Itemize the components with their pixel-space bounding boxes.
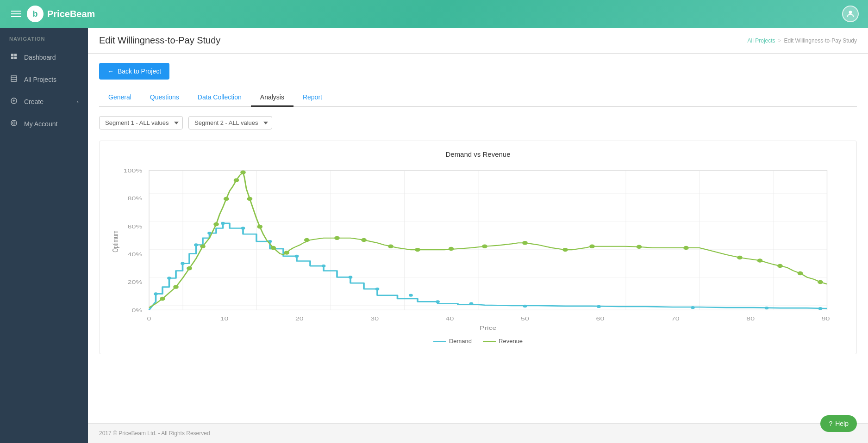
tab-questions[interactable]: Questions — [141, 89, 188, 107]
my-account-icon — [9, 119, 19, 129]
svg-point-69 — [415, 248, 420, 252]
svg-point-51 — [765, 307, 769, 309]
svg-point-34 — [167, 277, 171, 279]
svg-point-79 — [777, 264, 783, 268]
svg-text:20%: 20% — [128, 279, 143, 285]
footer: 2017 © PriceBeam Ltd. - All Rights Reser… — [88, 423, 868, 443]
back-arrow-icon: ← — [107, 68, 114, 75]
svg-point-73 — [562, 248, 568, 252]
svg-point-78 — [757, 258, 763, 262]
svg-point-53 — [160, 297, 165, 301]
svg-point-50 — [691, 306, 695, 309]
logo-area: b PriceBeam — [9, 6, 95, 22]
sidebar-item-my-account[interactable]: My Account — [0, 113, 88, 135]
hamburger-button[interactable] — [9, 9, 23, 19]
top-header: b PriceBeam — [0, 0, 868, 28]
sidebar-item-label-create: Create — [24, 98, 44, 105]
footer-text: 2017 © PriceBeam Ltd. - All Rights Reser… — [99, 430, 210, 437]
sidebar-item-all-projects[interactable]: All Projects — [0, 68, 88, 91]
svg-point-68 — [388, 244, 393, 248]
tab-data-collection[interactable]: Data Collection — [188, 89, 251, 107]
revenue-label: Revenue — [499, 338, 523, 345]
tabs: General Questions Data Collection Analys… — [99, 89, 857, 107]
header-left: b PriceBeam — [9, 6, 95, 22]
svg-point-65 — [304, 238, 310, 242]
svg-point-41 — [295, 255, 299, 258]
svg-point-71 — [482, 244, 487, 248]
create-icon — [9, 97, 19, 106]
page-header: Edit Willingness-to-Pay Study All Projec… — [88, 28, 868, 54]
back-button-label: Back to Project — [118, 68, 161, 75]
svg-point-33 — [154, 292, 158, 295]
svg-point-45 — [409, 294, 413, 296]
logo-text: PriceBeam — [47, 9, 95, 19]
svg-point-67 — [361, 238, 367, 242]
sidebar-item-label-my-account: My Account — [24, 120, 57, 128]
svg-text:Optimum: Optimum — [111, 231, 119, 252]
tab-general[interactable]: General — [99, 89, 141, 107]
svg-text:40: 40 — [446, 315, 454, 321]
svg-point-59 — [234, 178, 239, 182]
main-content: Edit Willingness-to-Pay Study All Projec… — [88, 28, 868, 443]
svg-point-46 — [436, 300, 440, 303]
breadcrumb-current: Edit Willingness-to-Pay Study — [784, 37, 857, 44]
svg-text:60%: 60% — [128, 223, 143, 229]
svg-point-12 — [12, 122, 15, 124]
svg-point-60 — [240, 171, 246, 174]
demand-line-icon — [433, 341, 446, 342]
revenue-line-icon — [483, 341, 496, 342]
svg-point-70 — [449, 247, 454, 251]
demand-label: Demand — [449, 338, 472, 345]
svg-text:80: 80 — [746, 315, 755, 321]
svg-point-38 — [221, 222, 225, 225]
sidebar-item-dashboard[interactable]: Dashboard — [0, 46, 88, 68]
svg-point-56 — [200, 244, 206, 248]
all-projects-icon — [9, 75, 19, 84]
svg-text:40%: 40% — [128, 251, 143, 257]
svg-text:0: 0 — [147, 315, 151, 321]
svg-point-35 — [181, 262, 185, 265]
sidebar-nav-label: NAVIGATION — [0, 28, 88, 46]
legend-revenue: Revenue — [483, 338, 523, 345]
svg-point-49 — [597, 305, 601, 308]
help-button[interactable]: ? Help — [820, 415, 857, 432]
segment2-filter[interactable]: Segment 2 - ALL values — [188, 116, 272, 129]
svg-point-81 — [818, 280, 823, 284]
svg-point-63 — [270, 246, 276, 250]
back-to-project-button[interactable]: ← Back to Project — [99, 63, 169, 80]
dashboard-icon — [9, 53, 19, 62]
sidebar-item-create[interactable]: Create › — [0, 91, 88, 113]
tab-report[interactable]: Report — [293, 89, 331, 107]
svg-point-36 — [194, 243, 198, 246]
svg-rect-3 — [11, 57, 13, 59]
content-area: ← Back to Project General Questions Data… — [88, 54, 868, 423]
filters: Segment 1 - ALL values Segment 2 - ALL v… — [99, 116, 857, 129]
svg-text:30: 30 — [370, 315, 379, 321]
chart-svg: 100% 80% 60% 40% 20% 0% 0 10 20 30 40 50 — [109, 166, 847, 332]
user-avatar-button[interactable] — [842, 6, 859, 22]
svg-point-76 — [683, 246, 689, 250]
svg-text:60: 60 — [596, 315, 605, 321]
svg-point-66 — [334, 236, 340, 240]
svg-text:Price: Price — [480, 325, 497, 331]
svg-point-57 — [213, 222, 219, 226]
svg-point-62 — [257, 225, 262, 228]
breadcrumb-all-projects[interactable]: All Projects — [748, 37, 775, 44]
svg-rect-14 — [149, 171, 827, 310]
chart-container: Demand vs Revenue — [99, 141, 857, 354]
svg-point-43 — [349, 276, 353, 278]
segment1-filter[interactable]: Segment 1 - ALL values — [99, 116, 183, 129]
svg-point-64 — [284, 251, 289, 254]
legend-demand: Demand — [433, 338, 472, 345]
page-title: Edit Willingness-to-Pay Study — [99, 35, 220, 46]
svg-text:80%: 80% — [128, 195, 143, 201]
chart-wrap: 100% 80% 60% 40% 20% 0% 0 10 20 30 40 50 — [109, 166, 847, 332]
svg-text:20: 20 — [295, 315, 304, 321]
svg-text:0%: 0% — [131, 307, 142, 313]
tab-analysis[interactable]: Analysis — [251, 89, 293, 107]
svg-rect-2 — [14, 54, 17, 56]
svg-rect-1 — [11, 54, 13, 56]
layout: NAVIGATION Dashboard All Projects Create… — [0, 28, 868, 443]
chart-legend: Demand Revenue — [109, 338, 847, 345]
svg-point-44 — [375, 288, 380, 290]
